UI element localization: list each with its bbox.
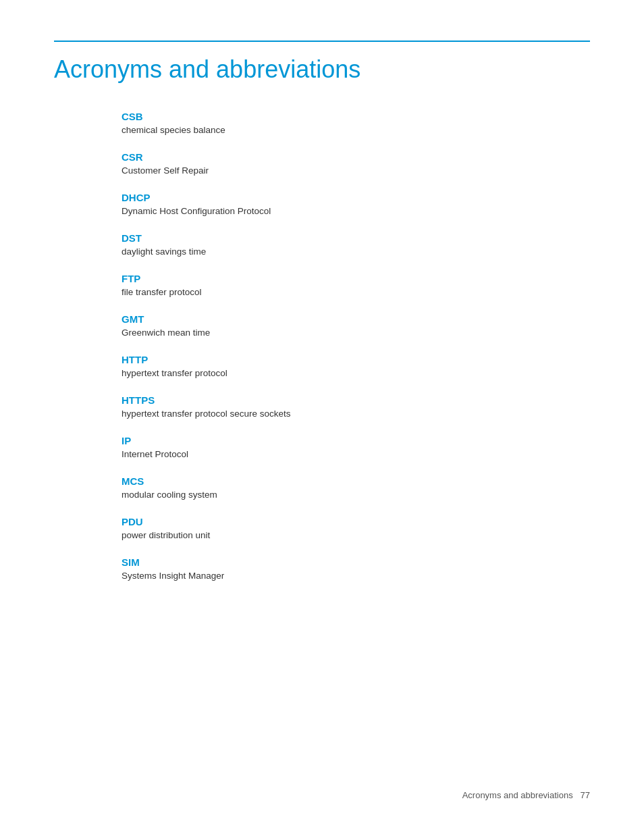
acronym-definition: Greenwich mean time (122, 328, 590, 338)
acronym-term: DHCP (122, 192, 590, 203)
acronym-term: MCS (122, 475, 590, 487)
acronym-term: HTTP (122, 354, 590, 365)
list-item: DSTdaylight savings time (122, 232, 590, 257)
acronym-term: CSR (122, 151, 590, 163)
acronym-term: SIM (122, 556, 590, 568)
page-footer: Acronyms and abbreviations 77 (462, 790, 590, 800)
acronym-list: CSBchemical species balanceCSRCustomer S… (122, 111, 590, 581)
acronym-definition: hypertext transfer protocol secure socke… (122, 409, 590, 419)
acronym-definition: file transfer protocol (122, 287, 590, 297)
acronym-definition: power distribution unit (122, 530, 590, 540)
acronym-definition: hypertext transfer protocol (122, 368, 590, 378)
acronym-definition: Dynamic Host Configuration Protocol (122, 206, 590, 216)
list-item: SIMSystems Insight Manager (122, 556, 590, 581)
acronym-definition: Customer Self Repair (122, 165, 590, 176)
footer-text: Acronyms and abbreviations (462, 790, 573, 800)
acronym-term: FTP (122, 273, 590, 284)
list-item: IPInternet Protocol (122, 435, 590, 459)
list-item: HTTPShypertext transfer protocol secure … (122, 394, 590, 419)
list-item: FTPfile transfer protocol (122, 273, 590, 297)
acronym-term: IP (122, 435, 590, 446)
acronym-term: HTTPS (122, 394, 590, 406)
acronym-term: PDU (122, 516, 590, 527)
list-item: DHCPDynamic Host Configuration Protocol (122, 192, 590, 216)
acronym-definition: chemical species balance (122, 125, 590, 135)
page-container: Acronyms and abbreviations CSBchemical s… (0, 0, 644, 651)
page-title: Acronyms and abbreviations (54, 55, 590, 84)
top-border (54, 41, 590, 42)
acronym-definition: Internet Protocol (122, 449, 590, 459)
acronym-term: GMT (122, 313, 590, 325)
list-item: PDUpower distribution unit (122, 516, 590, 540)
acronym-term: CSB (122, 111, 590, 122)
acronym-definition: daylight savings time (122, 246, 590, 257)
list-item: CSRCustomer Self Repair (122, 151, 590, 176)
list-item: HTTPhypertext transfer protocol (122, 354, 590, 378)
page-number: 77 (581, 790, 590, 800)
list-item: CSBchemical species balance (122, 111, 590, 135)
acronym-term: DST (122, 232, 590, 244)
acronym-definition: modular cooling system (122, 490, 590, 500)
acronym-definition: Systems Insight Manager (122, 571, 590, 581)
list-item: MCSmodular cooling system (122, 475, 590, 500)
list-item: GMTGreenwich mean time (122, 313, 590, 338)
